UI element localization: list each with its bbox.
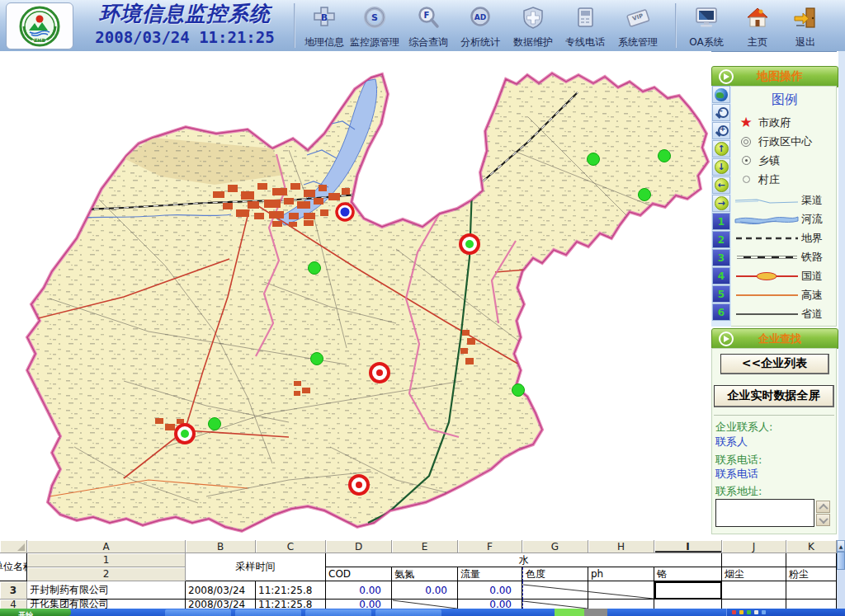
- flow-value-cell[interactable]: 0.00: [458, 600, 522, 609]
- gis-map-viewport[interactable]: [0, 51, 711, 540]
- toolbar-button-data-maint[interactable]: 数据维护: [508, 5, 558, 48]
- row-header-1[interactable]: 1: [27, 553, 186, 567]
- toolbar-button-analysis[interactable]: AD 分析统计: [456, 5, 505, 48]
- nh3-value-cell[interactable]: 0.00: [392, 581, 458, 600]
- pan-left-button[interactable]: ←: [712, 176, 730, 194]
- param-header-color[interactable]: 色度: [522, 567, 588, 581]
- param-header-cr[interactable]: 铬: [654, 567, 722, 581]
- toolbar-button-source-mgmt[interactable]: S 监控源管理: [350, 5, 399, 48]
- param-header-ph[interactable]: ph: [588, 567, 654, 581]
- ph-cell[interactable]: [588, 581, 654, 600]
- tray-icon[interactable]: [739, 610, 744, 614]
- enterprise-name-cell[interactable]: 开化集团有限公司: [27, 600, 186, 609]
- param-header-smoke[interactable]: 烟尘: [722, 567, 786, 581]
- column-header-a[interactable]: A: [27, 540, 186, 553]
- no-data-cell[interactable]: [392, 600, 458, 609]
- cod-value-cell[interactable]: 0.00: [326, 581, 392, 600]
- monitor-icon: [693, 5, 720, 30]
- taskbar-progress-green[interactable]: [555, 609, 584, 616]
- active-cell-cr[interactable]: [654, 581, 722, 600]
- param-header-nh3[interactable]: 氨氮: [392, 567, 458, 581]
- start-button[interactable]: 开始: [0, 609, 71, 616]
- selected-station-blue-marker[interactable]: [337, 204, 353, 220]
- dust-cell[interactable]: [786, 600, 837, 609]
- taskbar-window-button[interactable]: [375, 609, 441, 616]
- grid-corner-cell[interactable]: [0, 540, 27, 553]
- column-header-g[interactable]: G: [522, 540, 588, 553]
- tray-icon[interactable]: [754, 610, 758, 614]
- sample-date-cell[interactable]: 2008/03/24: [186, 581, 256, 600]
- enterprise-list-button[interactable]: <<企业列表: [720, 354, 829, 374]
- system-tray[interactable]: [726, 609, 845, 616]
- column-header-k[interactable]: K: [786, 540, 837, 553]
- column-header-i-selected[interactable]: I: [654, 540, 722, 553]
- toolbar-button-query[interactable]: F 综合查询: [404, 5, 453, 48]
- zoom-level-2-button[interactable]: 2: [712, 231, 730, 248]
- pan-down-button[interactable]: ↓: [712, 158, 730, 176]
- sample-time-header-cell[interactable]: 采样时间: [186, 553, 326, 581]
- toolbar-button-home[interactable]: 主页: [733, 5, 782, 48]
- zoom-level-1-button[interactable]: 1: [712, 213, 730, 230]
- pan-up-button[interactable]: ↑: [712, 140, 730, 158]
- enterprise-search-header[interactable]: 企业查找: [711, 328, 838, 349]
- zoom-level-3-button[interactable]: 3: [712, 249, 730, 266]
- column-header-h[interactable]: H: [588, 540, 654, 553]
- sample-date-cell[interactable]: 2008/03/24: [186, 600, 256, 609]
- toolbar-button-hotline[interactable]: 专线电话: [560, 5, 610, 48]
- pan-right-button[interactable]: →: [712, 195, 730, 212]
- taskbar-window-button[interactable]: [235, 609, 301, 616]
- empty-cell[interactable]: [722, 553, 786, 567]
- toolbar-button-exit[interactable]: 退出: [781, 5, 830, 48]
- flow-value-cell[interactable]: 0.00: [458, 581, 522, 600]
- smoke-cell[interactable]: [722, 581, 786, 600]
- toolbar-button-oa-system[interactable]: OA系统: [682, 5, 731, 48]
- map-operations-header[interactable]: 地图操作: [711, 66, 838, 87]
- zoom-out-button[interactable]: -: [712, 104, 730, 121]
- param-header-dust[interactable]: 粉尘: [786, 567, 837, 581]
- tray-icon[interactable]: [762, 610, 766, 614]
- tray-icon[interactable]: [732, 610, 736, 614]
- enterprise-name-cell[interactable]: 开封制药有限公司: [27, 581, 186, 600]
- tray-icon[interactable]: [747, 610, 751, 614]
- scroll-up-button[interactable]: [816, 501, 830, 513]
- toolbar-button-system-mgmt[interactable]: VIP 系统管理: [613, 5, 663, 48]
- sample-time-cell[interactable]: 11:21:25.8: [256, 581, 326, 600]
- taskbar-window-button[interactable]: [305, 609, 371, 616]
- taskbar-window-button[interactable]: [165, 609, 231, 616]
- sample-time-cell[interactable]: 11:21:25.8: [256, 600, 326, 609]
- column-header-c[interactable]: C: [256, 540, 326, 553]
- scroll-up-button[interactable]: ▲: [837, 540, 845, 552]
- contact-address-input[interactable]: [715, 499, 814, 527]
- enterprise-fullscreen-button[interactable]: 企业实时数据全屏: [714, 385, 834, 407]
- ph-cell[interactable]: [588, 600, 654, 609]
- smoke-cell[interactable]: [722, 600, 786, 609]
- scroll-down-button[interactable]: [816, 514, 830, 526]
- column-header-e[interactable]: E: [392, 540, 458, 553]
- name-header-cell[interactable]: 单位名称: [0, 553, 27, 581]
- scrollbar-thumb[interactable]: [837, 552, 845, 570]
- no-data-cell[interactable]: [522, 581, 588, 600]
- taskbar-progress-gray[interactable]: [584, 609, 607, 616]
- column-header-d[interactable]: D: [326, 540, 392, 553]
- column-header-j[interactable]: J: [722, 540, 786, 553]
- column-header-b[interactable]: B: [186, 540, 256, 553]
- zoom-level-6-button[interactable]: 6: [712, 303, 730, 321]
- cod-value-cell[interactable]: 0.00: [326, 600, 392, 609]
- row-header-3-selected[interactable]: 3: [0, 581, 27, 600]
- row-header-2[interactable]: 2: [27, 567, 186, 581]
- zoom-level-5-button[interactable]: 5: [712, 285, 730, 303]
- row-header-4[interactable]: 4: [0, 600, 27, 609]
- empty-cell[interactable]: [786, 553, 837, 567]
- zoom-level-4-button[interactable]: 4: [712, 267, 730, 284]
- water-group-header-cell[interactable]: 水: [326, 553, 722, 567]
- param-header-cod[interactable]: COD: [326, 567, 392, 581]
- grid-vertical-scrollbar[interactable]: ▲: [837, 540, 845, 609]
- cr-cell[interactable]: [654, 600, 722, 609]
- full-extent-button[interactable]: [712, 86, 730, 103]
- no-data-cell[interactable]: [522, 600, 588, 609]
- param-header-flow[interactable]: 流量: [458, 567, 522, 581]
- toolbar-button-geo-info[interactable]: B 地理信息: [300, 5, 349, 48]
- column-header-f[interactable]: F: [458, 540, 522, 553]
- dust-cell[interactable]: [786, 581, 837, 600]
- zoom-in-button[interactable]: +: [712, 122, 730, 139]
